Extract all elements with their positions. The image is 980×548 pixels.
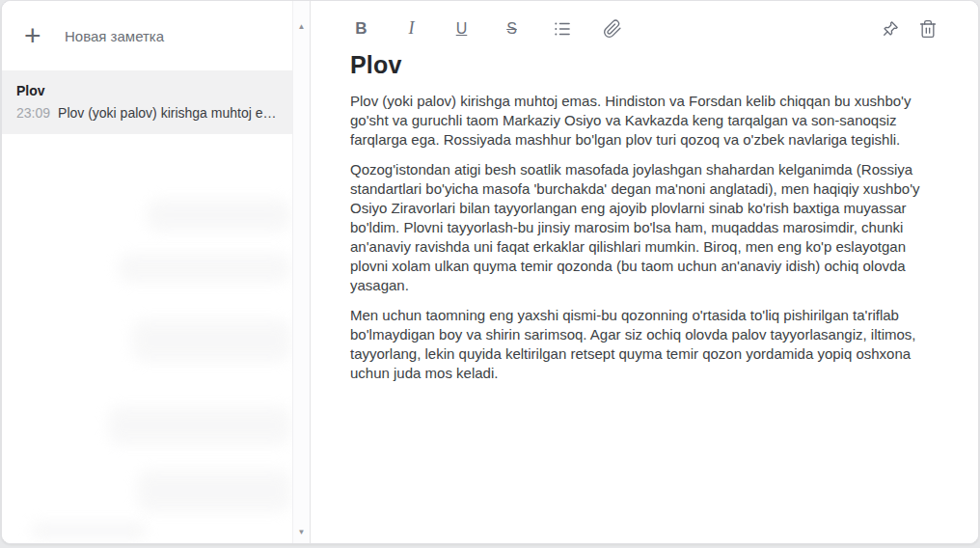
underline-icon: U	[456, 20, 468, 38]
note-editor-content[interactable]: Plov Plov (yoki palov) kirishga muhtoj e…	[311, 49, 979, 394]
new-note-button[interactable]: + Новая заметка	[2, 1, 292, 70]
blurred-note-placeholder	[132, 319, 291, 362]
sidebar-scrollbar[interactable]: ▲ ▼	[292, 1, 310, 543]
strikethrough-button[interactable]: S	[501, 17, 523, 40]
italic-button[interactable]: I	[400, 17, 422, 40]
pin-note-button[interactable]	[879, 17, 901, 40]
new-note-label: Новая заметка	[65, 28, 164, 44]
paperclip-icon	[603, 19, 622, 39]
plus-icon: +	[24, 21, 57, 50]
note-list-item-selected[interactable]: Plov 23:09 Plov (yoki palov) kirishga mu…	[2, 70, 292, 134]
note-item-preview: Plov (yoki palov) kirishga muhtoj em...	[58, 105, 279, 121]
bold-icon: B	[355, 19, 367, 39]
sidebar: + Новая заметка Plov 23:09 Plov (yoki pa…	[2, 1, 311, 543]
toolbar-right-group	[863, 17, 939, 40]
delete-note-button[interactable]	[916, 17, 939, 40]
blurred-note-placeholder	[118, 254, 291, 283]
trash-icon	[918, 19, 938, 39]
bullet-list-icon	[553, 19, 572, 39]
editor-toolbar: B I U S	[311, 1, 979, 49]
bullet-list-button[interactable]	[551, 17, 573, 40]
note-paragraph[interactable]: Plov (yoki palov) kirishga muhtoj emas. …	[350, 92, 940, 150]
editor-pane: B I U S	[311, 1, 979, 543]
italic-icon: I	[409, 18, 415, 39]
bold-button[interactable]: B	[350, 17, 372, 40]
notes-app-window: + Новая заметка Plov 23:09 Plov (yoki pa…	[1, 0, 979, 544]
note-title[interactable]: Plov	[350, 51, 940, 79]
scroll-up-icon[interactable]: ▲	[293, 22, 310, 31]
blurred-note-placeholder	[31, 522, 147, 539]
blurred-note-placeholder	[147, 199, 291, 232]
note-paragraph[interactable]: Men uchun taomning eng yaxshi qismi-bu q…	[350, 306, 940, 383]
note-paragraph[interactable]: Qozog'istondan atigi besh soatlik masofa…	[350, 160, 940, 295]
blurred-note-placeholder	[108, 406, 291, 445]
pin-icon	[881, 19, 900, 39]
note-item-title: Plov	[16, 83, 279, 98]
note-item-time: 23:09	[16, 105, 50, 121]
attach-button[interactable]	[601, 17, 623, 40]
strikethrough-icon: S	[506, 20, 517, 38]
scroll-down-icon[interactable]: ▼	[293, 528, 310, 536]
note-list: + Новая заметка Plov 23:09 Plov (yoki pa…	[2, 1, 292, 543]
underline-button[interactable]: U	[450, 17, 473, 40]
blurred-note-placeholder	[137, 470, 291, 512]
note-item-meta: 23:09 Plov (yoki palov) kirishga muhtoj …	[16, 105, 279, 121]
